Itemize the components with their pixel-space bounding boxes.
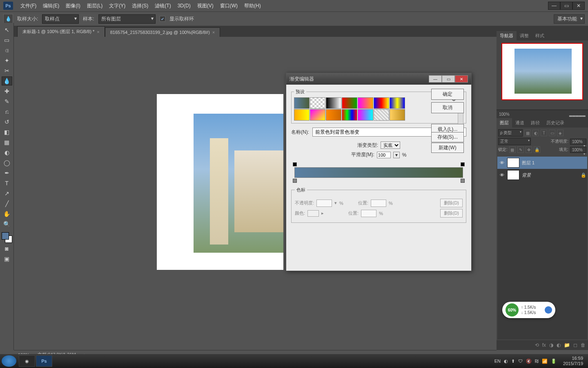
layers-tab[interactable]: 图层 (497, 118, 512, 128)
menu-type[interactable]: 文字(Y) (106, 2, 129, 9)
color-swatches[interactable] (2, 232, 12, 243)
color-stop-left[interactable] (293, 179, 297, 183)
zoom-tool[interactable]: 🔍 (2, 220, 12, 229)
sample-dropdown[interactable]: 所有图层 (98, 14, 156, 24)
menu-image[interactable]: 图像(I) (62, 2, 83, 9)
tray-lang[interactable]: EN (494, 359, 501, 364)
crop-tool[interactable]: ✂ (2, 66, 12, 75)
preset-swatch[interactable] (310, 109, 325, 121)
tray-icon[interactable]: 📶 (542, 359, 548, 364)
preset-swatch[interactable] (374, 109, 389, 121)
navigator-thumb[interactable] (501, 43, 583, 100)
quickmask-tool[interactable]: ◙ (2, 244, 12, 253)
color-position-field[interactable] (361, 210, 376, 217)
type-select[interactable]: 实底 (381, 141, 400, 149)
history-tab[interactable]: 历史记录 (543, 118, 568, 128)
menu-window[interactable]: 窗口(W) (217, 2, 241, 9)
channels-tab[interactable]: 通道 (512, 118, 528, 128)
eraser-tool[interactable]: ◧ (2, 128, 12, 137)
type-tool[interactable]: T (2, 179, 12, 188)
window-close[interactable]: ✕ (572, 2, 585, 10)
workspace-switcher[interactable]: 基本功能 (554, 14, 585, 24)
new-layer-icon[interactable]: ◻ (573, 342, 577, 348)
blend-mode-dropdown[interactable]: 正常 (498, 138, 531, 145)
filter-pixel-icon[interactable]: ▦ (524, 130, 531, 136)
start-button[interactable] (2, 355, 16, 367)
preset-swatch[interactable] (390, 97, 405, 109)
tray-icon[interactable]: ₪ (535, 359, 539, 364)
marquee-tool[interactable]: ▭ (2, 36, 12, 45)
preset-swatch[interactable] (294, 97, 310, 109)
save-button[interactable]: 存储(S)... (431, 132, 464, 142)
opacity-position-field[interactable] (371, 200, 386, 207)
gradient-tool[interactable]: ▦ (2, 138, 12, 147)
opacity-stop-left[interactable] (293, 162, 297, 166)
visibility-icon[interactable]: 👁 (499, 173, 505, 177)
cancel-button[interactable]: 取消 (431, 102, 464, 113)
doc-tab-2[interactable]: 8165754_215758303199_2.jpg @ 100%(RGB/8#… (105, 27, 220, 37)
color-stop-right[interactable] (461, 179, 465, 183)
sample-size-dropdown[interactable]: 取样点 (42, 14, 79, 24)
menu-help[interactable]: 帮助(H) (241, 2, 264, 9)
layer-row[interactable]: 👁 背景 🔒 (497, 169, 587, 181)
tray-icon[interactable]: 🔋 (551, 359, 557, 364)
tray-icon[interactable]: ◐ (504, 359, 508, 364)
menu-layer[interactable]: 图层(L) (84, 2, 106, 9)
hand-tool[interactable]: ✋ (2, 209, 12, 218)
link-icon[interactable]: ⟲ (535, 342, 539, 348)
fx-icon[interactable]: fx (542, 342, 546, 348)
filter-shape-icon[interactable]: ▭ (549, 130, 555, 136)
mask-icon[interactable]: ◑ (549, 342, 553, 348)
adjust-tab[interactable]: 调整 (517, 31, 532, 40)
opacity-stop-right[interactable] (461, 162, 465, 166)
shape-tool[interactable]: ╱ (2, 199, 12, 208)
dialog-maximize[interactable]: ▭ (442, 75, 455, 83)
history-brush-tool[interactable]: ↺ (2, 117, 12, 126)
menu-3d[interactable]: 3D(D) (174, 3, 194, 9)
layer-filter[interactable]: ρ 类型 (498, 129, 523, 137)
canvas[interactable] (157, 94, 283, 270)
preset-swatch[interactable] (358, 109, 373, 121)
filter-adjust-icon[interactable]: ◐ (532, 130, 539, 136)
doc-tab-1[interactable]: 未标题-1 @ 100% (图层 1, RGB/8) *× (17, 26, 105, 37)
tab1-close-icon[interactable]: × (97, 29, 99, 34)
lock-brush-icon[interactable]: ✎ (517, 146, 524, 153)
group-icon[interactable]: 📁 (564, 342, 570, 348)
adjustment-icon[interactable]: ◐ (557, 342, 561, 348)
lock-all-icon[interactable]: 🔒 (534, 146, 540, 153)
color-box[interactable] (307, 210, 319, 217)
gradient-bar[interactable] (292, 162, 466, 184)
tray-icon[interactable]: 🔇 (526, 359, 532, 364)
menu-view[interactable]: 视图(V) (194, 2, 217, 9)
preset-swatch[interactable] (390, 109, 405, 121)
wand-tool[interactable]: ✦ (2, 56, 12, 65)
eyedropper-icon[interactable]: 💧 (3, 14, 13, 24)
lock-pixels-icon[interactable]: ▦ (509, 146, 516, 153)
menu-file[interactable]: 文件(F) (17, 2, 40, 9)
preset-swatch[interactable] (342, 97, 357, 109)
preset-swatch[interactable] (310, 97, 325, 109)
dodge-tool[interactable]: ◯ (2, 158, 12, 167)
delete-opacity-button[interactable]: 删除(D) (440, 199, 463, 207)
trash-icon[interactable]: 🗑 (581, 342, 586, 348)
tray-clock[interactable]: 16:59 2015/7/19 (560, 356, 586, 366)
eyedropper-tool[interactable]: 💧 (2, 76, 12, 85)
preset-swatch[interactable] (358, 97, 373, 109)
layer-row[interactable]: 👁 图层 1 (497, 157, 587, 169)
show-ring-checkbox[interactable]: ✔ (160, 16, 165, 22)
smooth-dropdown-icon[interactable]: ▾ (393, 152, 400, 158)
path-tool[interactable]: ↗ (2, 189, 12, 198)
smooth-input[interactable] (377, 152, 391, 158)
preset-swatch[interactable] (374, 97, 389, 109)
dialog-close[interactable]: ✕ (455, 75, 468, 83)
opacity-value[interactable]: 100% (570, 139, 586, 145)
pen-tool[interactable]: ✒ (2, 168, 12, 177)
healing-tool[interactable]: ✚ (2, 87, 12, 96)
new-button[interactable]: 新建(W) (431, 143, 464, 153)
network-widget[interactable]: 60% ↑ 1.5K/s ↓ 1.5K/s (502, 302, 555, 318)
brush-tool[interactable]: ✎ (2, 97, 12, 106)
preset-swatch[interactable] (326, 97, 341, 109)
visibility-icon[interactable]: 👁 (499, 160, 505, 165)
widget-button[interactable] (545, 306, 552, 314)
preset-swatch[interactable] (294, 109, 310, 121)
